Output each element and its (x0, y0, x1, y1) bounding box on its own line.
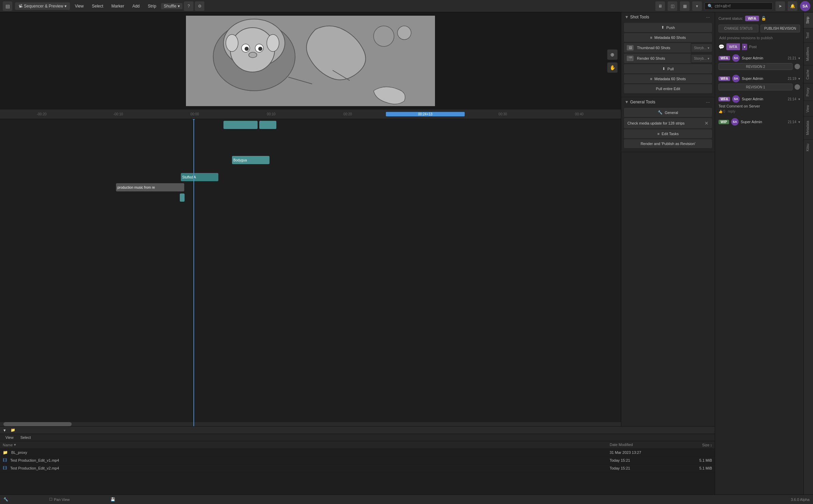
user-avatar[interactable]: SA (800, 1, 810, 11)
pull-entire-btn[interactable]: Pull entire Edit (624, 84, 712, 93)
side-tab-view[interactable]: View (804, 101, 813, 117)
timeline-section: -00:20 -00:10 00:00 00:10 00:20 00:24+13… (0, 110, 621, 426)
pull-metadata-label: Metadata 60 Shots (654, 77, 686, 81)
render-btn[interactable]: 🎬 Render 60 Shots (624, 54, 691, 63)
file-row[interactable]: 🎞 Test Production_Edit_v2.mp4 Today 15:2… (0, 464, 715, 472)
rev-expand-1[interactable]: ▾ (798, 77, 800, 81)
shot-tools-collapse[interactable]: ▼ (625, 15, 629, 19)
edit-tasks-btn[interactable]: ≡ Edit Tasks (624, 129, 712, 138)
help-icon[interactable]: ? (184, 1, 193, 11)
post-btn[interactable]: Post (749, 45, 757, 49)
like-btn[interactable]: 👍 0 (718, 110, 725, 113)
pull-entire-label: Pull entire Edit (656, 87, 680, 91)
statusbar-left-icon[interactable]: 🔧 (3, 497, 8, 502)
notification-icon[interactable]: 🔔 (788, 1, 797, 11)
search-box[interactable]: 🔍 ctrl+alt+f (705, 2, 773, 10)
menu-view[interactable]: View (71, 2, 87, 10)
side-tab-proxy[interactable]: Proxy (804, 83, 813, 101)
side-tab-kitsu[interactable]: Kitsu (804, 139, 813, 155)
change-status-btn[interactable]: CHANGE STATUS (718, 25, 758, 32)
render-row: 🎬 Render 60 Shots Storyb... ▾ (624, 54, 712, 63)
pull-metadata-btn[interactable]: ≡ Metadata 60 Shots (624, 74, 712, 83)
side-tab-strip[interactable]: Strip (804, 12, 813, 28)
ruler-mark-5[interactable]: 00:24+13 (386, 112, 464, 116)
revision-2-track[interactable]: REVISION 2 (718, 63, 793, 70)
rev-time-1: 21:19 (788, 77, 796, 81)
thumbnail-dropdown[interactable]: Storyb... ▾ (691, 44, 712, 52)
sort-icon[interactable]: ▾ (14, 443, 16, 447)
timeline-scrollbar[interactable] (0, 422, 621, 426)
shot-tools-options[interactable]: ··· (705, 14, 711, 20)
pan-btn[interactable]: ✋ (607, 62, 618, 73)
file-menu-view[interactable]: View (3, 435, 16, 440)
rev-expand-0[interactable]: ▾ (798, 56, 800, 60)
check-media-btn[interactable]: Check media update for 128 strips ✕ (624, 118, 712, 128)
menu-marker[interactable]: Marker (108, 2, 128, 10)
render-label: Render 60 Shots (637, 56, 665, 60)
file-menu-select[interactable]: Select (18, 435, 34, 440)
revision-comment-header: WFA SA Super Admin 21:14 ▾ (718, 95, 800, 103)
status-badge[interactable]: WFA (745, 16, 759, 21)
timeline-tracks[interactable]: Bodygua Stuffed A production music from … (0, 119, 621, 426)
clip-stuffed[interactable]: Stuffed A (181, 173, 218, 181)
rev-expand-2[interactable]: ▾ (798, 97, 800, 101)
shuffle-group[interactable]: Shuffle ▾ (161, 3, 183, 9)
view-icon[interactable]: ◫ (668, 1, 677, 11)
monitor-icon[interactable]: 🖥 (655, 1, 665, 11)
side-tab-cache[interactable]: Cache (804, 65, 813, 84)
clip-bodygua[interactable]: Bodygua (232, 156, 270, 164)
publish-revision-btn[interactable]: PUBLISH REVISION (760, 25, 800, 32)
side-tab-modifiers[interactable]: Modifiers (804, 43, 813, 65)
extra-icon[interactable]: ▾ (692, 1, 702, 11)
revision-1-track[interactable]: REVISION 1 (718, 84, 793, 90)
sequencer-dropdown-icon: ▾ (64, 4, 67, 9)
size-sort-icon[interactable]: ↕ (710, 443, 712, 447)
wfa-badge-1: WFA (718, 76, 730, 81)
status-dropdown-arrow[interactable]: ▾ (742, 44, 747, 50)
ruler-mark-1: -00:10 (80, 112, 156, 116)
pull-btn[interactable]: ⬇ Pull (624, 64, 712, 73)
clip-music[interactable]: production music from re (116, 183, 184, 191)
side-tab-metadata[interactable]: Metadata (804, 116, 813, 139)
side-tab-tool[interactable]: Tool (804, 28, 813, 43)
date-col-header: Date Modified (610, 443, 678, 447)
clip-1[interactable] (259, 121, 276, 129)
menu-select[interactable]: Select (88, 2, 106, 10)
video-preview: ⊕ ✋ (0, 12, 621, 110)
layout-icon[interactable]: ▦ (680, 1, 689, 11)
file-row[interactable]: 📁 BL_proxy 31 Mar 2023 13:27 (0, 449, 715, 457)
status-select[interactable]: WFA (726, 43, 740, 50)
shuffle-dropdown[interactable]: ▾ (178, 4, 180, 9)
settings-icon[interactable]: ⚙ (195, 1, 204, 11)
file-row[interactable]: 🎞 Test Production_Edit_v1.mp4 Today 15:2… (0, 457, 715, 464)
revision-wip-header: WIP SA Super Admin 21:14 ▾ (718, 118, 800, 126)
current-status-label: Current status: (718, 16, 743, 20)
thumbnail-btn[interactable]: 🖼 Thumbnail 60 Shots (624, 43, 691, 53)
metadata-btn[interactable]: ≡ Metadata 60 Shots (624, 33, 712, 42)
rev-dot-1[interactable] (795, 84, 800, 90)
like-count: 0 (723, 110, 725, 113)
check-media-close[interactable]: ✕ (705, 120, 709, 126)
render-dropdown[interactable]: Storyb... ▾ (691, 55, 712, 62)
app-logo[interactable]: ▤ (3, 1, 12, 11)
push-btn[interactable]: ⬆ Push (624, 23, 712, 32)
forward-icon[interactable]: ➤ (775, 1, 785, 11)
clip-0[interactable] (223, 121, 258, 129)
clip-small[interactable] (180, 193, 185, 202)
sequencer-preview-menu[interactable]: 📽 Sequencer & Preview ▾ (15, 2, 70, 10)
rev-expand-3[interactable]: ▾ (798, 120, 800, 124)
zoom-fit-btn[interactable]: ⊕ (607, 49, 618, 60)
folder-dropdown-icon[interactable]: ▼ (3, 428, 6, 432)
rev-dot-0[interactable] (795, 64, 800, 69)
menu-strip[interactable]: Strip (144, 2, 160, 10)
reply-btn[interactable]: reply (728, 110, 736, 113)
render-publish-btn[interactable]: Render and 'Publish as Revision' (624, 139, 712, 148)
general-tools-options[interactable]: ··· (705, 99, 711, 105)
comment-input-row: 💬 WFA ▾ Post (718, 43, 800, 50)
general-btn[interactable]: 🔧 General (624, 108, 712, 117)
playhead[interactable] (193, 119, 194, 426)
thumbnail-icon: 🖼 (627, 45, 634, 51)
menu-add[interactable]: Add (129, 2, 143, 10)
general-tools-collapse[interactable]: ▼ (625, 100, 629, 104)
scrollbar-thumb[interactable] (3, 422, 72, 426)
